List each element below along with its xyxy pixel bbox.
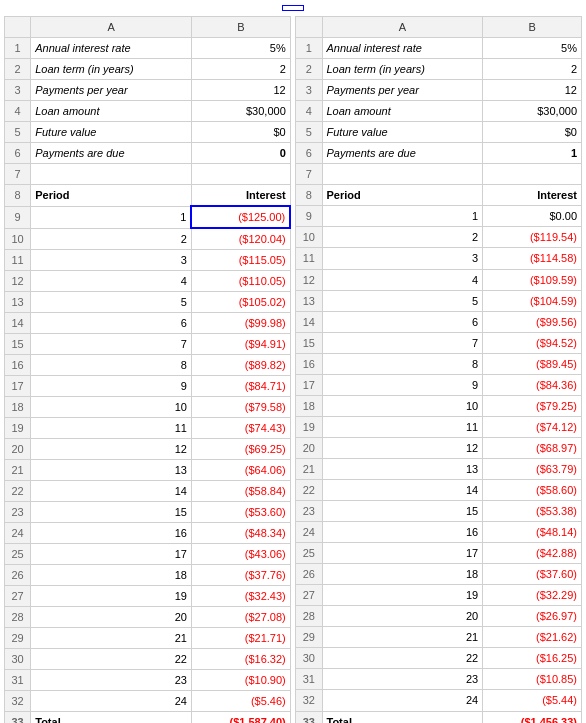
data-row: 1810($79.25) <box>296 395 582 416</box>
interest-cell: ($79.25) <box>483 395 582 416</box>
interest-cell: ($109.59) <box>483 269 582 290</box>
column-headers-row: 8PeriodInterest <box>5 185 291 207</box>
data-row: 2517($42.88) <box>296 543 582 564</box>
period-cell: 11 <box>322 416 483 437</box>
interest-cell: ($84.71) <box>191 376 290 397</box>
row-number: 10 <box>296 227 322 248</box>
interest-cell: ($119.54) <box>483 227 582 248</box>
period-cell: 24 <box>31 691 192 712</box>
table-row: 7 <box>5 164 291 185</box>
row-number: 24 <box>296 522 322 543</box>
data-row: 135($104.59) <box>296 290 582 311</box>
table-row: 2Loan term (in years)2 <box>5 59 291 80</box>
row-number: 6 <box>5 143 31 164</box>
row-number: 3 <box>296 80 322 101</box>
interest-cell: ($64.06) <box>191 460 290 481</box>
period-header: Period <box>322 185 483 206</box>
formula-bar <box>0 0 586 16</box>
data-row: 2719($32.29) <box>296 585 582 606</box>
row-number: 17 <box>296 374 322 395</box>
cell-a: Payments are due <box>322 143 483 164</box>
row-number: 18 <box>5 397 31 418</box>
cell-a: Loan term (in years) <box>31 59 192 80</box>
interest-cell: ($53.38) <box>483 501 582 522</box>
interest-cell: ($63.79) <box>483 458 582 479</box>
data-row: 146($99.98) <box>5 313 291 334</box>
row-number: 9 <box>296 206 322 227</box>
total-value: ($1,587.40) <box>191 712 290 724</box>
row-number: 11 <box>296 248 322 269</box>
row-number: 19 <box>296 416 322 437</box>
row-number: 23 <box>296 501 322 522</box>
row-number: 33 <box>5 712 31 724</box>
data-row: 2517($43.06) <box>5 544 291 565</box>
cell-a: Payments per year <box>31 80 192 101</box>
period-header: Period <box>31 185 192 207</box>
data-row: 2315($53.60) <box>5 502 291 523</box>
period-cell: 12 <box>31 439 192 460</box>
data-row: 2214($58.84) <box>5 481 291 502</box>
data-row: 102($119.54) <box>296 227 582 248</box>
left-corner <box>5 17 31 38</box>
right-col-a-header: A <box>322 17 483 38</box>
period-cell: 18 <box>322 564 483 585</box>
period-cell: 9 <box>322 374 483 395</box>
row-number: 31 <box>5 670 31 691</box>
row-number: 20 <box>5 439 31 460</box>
data-row: 3022($16.25) <box>296 648 582 669</box>
interest-cell: ($37.60) <box>483 564 582 585</box>
cell-b: 2 <box>483 59 582 80</box>
data-row: 113($115.05) <box>5 250 291 271</box>
interest-cell: ($26.97) <box>483 606 582 627</box>
data-row: 1911($74.43) <box>5 418 291 439</box>
row-number: 2 <box>5 59 31 80</box>
right-corner <box>296 17 322 38</box>
total-value: ($1,456.33) <box>483 711 582 723</box>
formula-text <box>282 5 304 11</box>
interest-cell: $0.00 <box>483 206 582 227</box>
period-cell: 14 <box>31 481 192 502</box>
cell-b <box>483 164 582 185</box>
row-number: 7 <box>5 164 31 185</box>
data-row: 2820($27.08) <box>5 607 291 628</box>
data-row: 3224($5.44) <box>296 690 582 711</box>
interest-cell: ($16.25) <box>483 648 582 669</box>
row-number: 15 <box>296 332 322 353</box>
period-cell: 16 <box>31 523 192 544</box>
period-cell: 21 <box>322 627 483 648</box>
row-number: 22 <box>296 479 322 500</box>
cell-a: Payments are due <box>31 143 192 164</box>
row-number: 5 <box>5 122 31 143</box>
interest-cell: ($21.71) <box>191 628 290 649</box>
table-row: 1Annual interest rate5% <box>296 38 582 59</box>
data-row: 3224($5.46) <box>5 691 291 712</box>
period-cell: 2 <box>322 227 483 248</box>
row-number: 19 <box>5 418 31 439</box>
interest-cell: ($104.59) <box>483 290 582 311</box>
cell-b <box>191 164 290 185</box>
row-number: 13 <box>296 290 322 311</box>
period-cell: 6 <box>31 313 192 334</box>
period-cell: 14 <box>322 479 483 500</box>
left-col-b-header: B <box>191 17 290 38</box>
cell-b: $0 <box>191 122 290 143</box>
period-cell: 1 <box>31 206 192 228</box>
data-row: 2921($21.62) <box>296 627 582 648</box>
data-row: 3022($16.32) <box>5 649 291 670</box>
data-row: 1911($74.12) <box>296 416 582 437</box>
period-cell: 15 <box>31 502 192 523</box>
data-row: 168($89.82) <box>5 355 291 376</box>
row-number: 1 <box>5 38 31 59</box>
period-cell: 4 <box>322 269 483 290</box>
data-row: 91($125.00) <box>5 206 291 228</box>
row-number: 11 <box>5 250 31 271</box>
row-number: 4 <box>5 101 31 122</box>
period-cell: 8 <box>322 353 483 374</box>
cell-a: Annual interest rate <box>322 38 483 59</box>
cell-a: Loan amount <box>322 101 483 122</box>
row-number: 8 <box>296 185 322 206</box>
period-cell: 23 <box>322 669 483 690</box>
period-cell: 10 <box>31 397 192 418</box>
data-row: 2214($58.60) <box>296 479 582 500</box>
period-cell: 8 <box>31 355 192 376</box>
